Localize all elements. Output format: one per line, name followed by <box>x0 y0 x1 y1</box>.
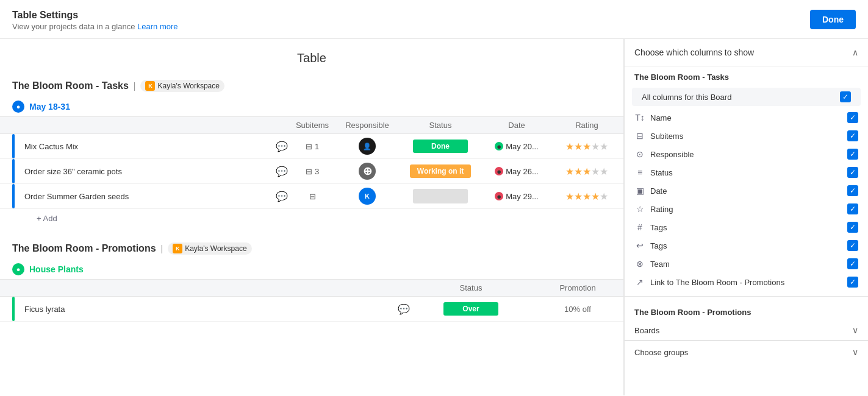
cell-rating: ★★★★★ <box>550 166 623 177</box>
column-item-tags-hash: # Tags ✓ <box>625 218 868 236</box>
board2-title: The Bloom Room - Promotions <box>12 243 156 254</box>
cell-subitems: ⊟ <box>288 192 337 201</box>
cell-rating: ★★★★★ <box>550 141 623 152</box>
status-checkbox[interactable]: ✓ <box>847 167 858 178</box>
board1-section: The Bloom Room - Tasks | K Kayla's Works… <box>0 80 623 228</box>
cell-responsible: K <box>337 188 398 205</box>
status-badge: Working on it <box>410 164 471 178</box>
choose-groups-row[interactable]: Choose groups ∨ <box>625 341 868 363</box>
columns-section-title: Choose which columns to show <box>634 48 754 57</box>
column-item-tags-arrow: ↩ Tags ✓ <box>625 236 868 255</box>
task-name: Order Summer Garden seeds <box>20 192 271 201</box>
board1-title: The Bloom Room - Tasks <box>12 80 129 91</box>
board2-group-row: ● House Plants <box>0 260 623 279</box>
responsible-checkbox[interactable]: ✓ <box>847 149 858 160</box>
col-responsible-header: Responsible <box>337 121 398 130</box>
task-name: Ficus lyrata <box>20 305 393 314</box>
row-border <box>12 297 15 321</box>
cell-promotion: 10% off <box>532 305 623 314</box>
boards-dropdown[interactable]: Boards ∨ <box>625 320 868 341</box>
promo-col-status-header: Status <box>410 283 532 292</box>
table-row: Order size 36" ceramic pots 💬 ⊟ 3 ⊕ Work… <box>0 159 623 184</box>
avatar: ⊕ <box>359 163 376 180</box>
status-badge: Over <box>443 302 498 316</box>
column-label: Rating <box>650 205 673 214</box>
status-badge <box>413 189 468 203</box>
page-subtitle: View your projects data in a glance Lear… <box>12 22 178 31</box>
all-columns-checkbox[interactable]: ✓ <box>840 91 851 102</box>
cell-subitems: ⊟ 3 <box>288 167 337 176</box>
cell-status: Over <box>410 302 532 316</box>
choose-groups-chevron-down-icon[interactable]: ∨ <box>852 347 858 357</box>
team-icon: ⊗ <box>634 259 645 269</box>
comment-icon[interactable]: 💬 <box>276 191 288 202</box>
cell-subitems: ⊟ 1 <box>288 142 337 151</box>
table-row: Mix Cactus Mix 💬 ⊟ 1 👤 Done ● May 20... <box>0 134 623 159</box>
board2-group-icon: ● <box>12 263 24 275</box>
date-dot: ● <box>495 192 503 200</box>
board2-sep: | <box>161 244 163 253</box>
comment-icon[interactable]: 💬 <box>276 141 288 152</box>
add-row[interactable]: + Add <box>0 209 623 228</box>
rating-icon: ☆ <box>634 204 645 214</box>
cell-status: Done <box>398 140 483 153</box>
cell-rating: ★★★★★ <box>550 191 623 202</box>
board2-section: The Bloom Room - Promotions | K Kayla's … <box>0 242 623 322</box>
col-rating-header: Rating <box>550 121 623 130</box>
column-label: Name <box>650 113 672 122</box>
all-columns-label: All columns for this Board <box>642 93 731 102</box>
cell-responsible: ⊕ <box>337 163 398 180</box>
comment-icon[interactable]: 💬 <box>398 303 410 315</box>
right-panel: Choose which columns to show ∧ The Bloom… <box>624 39 868 395</box>
columns-chevron-icon[interactable]: ∧ <box>852 48 858 57</box>
avatar: K <box>359 188 376 205</box>
all-columns-row[interactable]: All columns for this Board ✓ <box>632 88 861 106</box>
cell-status <box>398 189 483 203</box>
board1-group-title: May 18-31 <box>29 102 70 111</box>
col-status-header: Status <box>398 121 483 130</box>
col-subitems-header: Subitems <box>288 121 337 130</box>
column-item-status: ≡ Status ✓ <box>625 163 868 182</box>
page-title: Table Settings <box>12 10 178 21</box>
comment-icon[interactable]: 💬 <box>276 166 288 177</box>
subitems-checkbox[interactable]: ✓ <box>847 130 858 141</box>
date-checkbox[interactable]: ✓ <box>847 185 858 196</box>
column-item-date: ▣ Date ✓ <box>625 182 868 200</box>
header-left: Table Settings View your projects data i… <box>12 10 178 31</box>
boards-chevron-down-icon[interactable]: ∨ <box>852 325 858 335</box>
cell-date: ● May 29... <box>483 192 550 201</box>
done-button[interactable]: Done <box>810 10 856 29</box>
name-checkbox[interactable]: ✓ <box>847 112 858 123</box>
column-item-responsible: ⊙ Responsible ✓ <box>625 145 868 163</box>
board1-right-label: The Bloom Room - Tasks <box>625 66 868 85</box>
column-label: Link to The Bloom Room - Promotions <box>650 278 784 287</box>
learn-more-link[interactable]: Learn more <box>137 22 178 31</box>
cell-date: ● May 26... <box>483 167 550 176</box>
table-row: Ficus lyrata 💬 Over 10% off <box>0 297 623 322</box>
column-label: Date <box>650 186 667 196</box>
rating-checkbox[interactable]: ✓ <box>847 203 858 214</box>
board1-sep: | <box>134 81 136 91</box>
tags-hash-checkbox[interactable]: ✓ <box>847 222 858 233</box>
tags-arrow-icon: ↩ <box>634 241 645 250</box>
column-item-subitems: ⊟ Subitems ✓ <box>625 127 868 145</box>
column-label: Subitems <box>650 132 683 141</box>
column-item-rating: ☆ Rating ✓ <box>625 200 868 218</box>
board2-right-label: The Bloom Room - Promotions <box>625 302 868 320</box>
task-name: Mix Cactus Mix <box>20 142 271 151</box>
left-panel: Table The Bloom Room - Tasks | K Kayla's… <box>0 39 624 395</box>
task-name: Order size 36" ceramic pots <box>20 167 271 176</box>
responsible-icon: ⊙ <box>634 149 645 159</box>
link-icon: ↗ <box>634 277 645 287</box>
cell-status: Working on it <box>398 164 483 178</box>
tags-arrow-checkbox[interactable]: ✓ <box>847 240 858 251</box>
column-item-team: ⊗ Team ✓ <box>625 255 868 273</box>
link-checkbox[interactable]: ✓ <box>847 277 858 288</box>
promo-col-promo-header: Promotion <box>532 283 623 292</box>
team-checkbox[interactable]: ✓ <box>847 258 858 269</box>
right-divider <box>625 296 868 297</box>
top-header: Table Settings View your projects data i… <box>0 0 868 39</box>
row-border <box>12 134 15 158</box>
date-dot: ● <box>495 167 503 175</box>
tags-hash-icon: # <box>634 222 645 232</box>
